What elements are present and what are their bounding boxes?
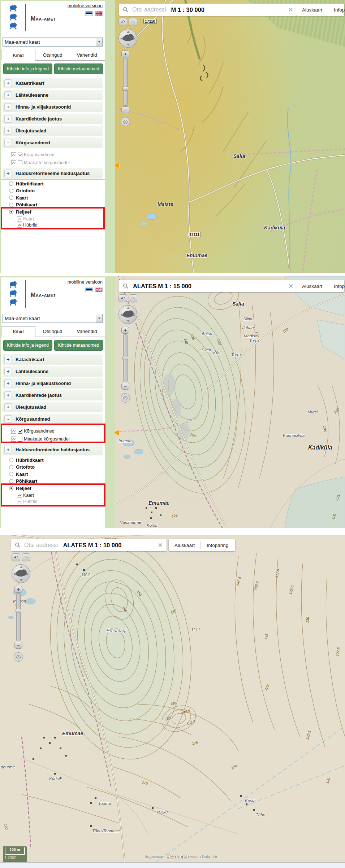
collapse-minus-icon[interactable]: - — [4, 139, 12, 146]
expand-plus-icon[interactable]: + — [4, 368, 12, 375]
layer-group-korgusandmed[interactable]: -Kõrgusandmed — [3, 414, 103, 424]
uk-flag-icon[interactable] — [95, 288, 103, 292]
layer-checkbox-unchecked[interactable] — [18, 437, 22, 442]
expand-plus-icon[interactable]: + — [4, 91, 12, 99]
tab-kihid[interactable]: Kihid — [1, 326, 35, 337]
collapse-minus-icon[interactable]: - — [4, 415, 12, 423]
basemap-kaart[interactable]: Kaart — [9, 195, 103, 201]
geolocate-button[interactable]: ◎ — [14, 652, 23, 662]
map-theme-dropdown[interactable]: Maa-ameti kaart ▼ — [3, 38, 103, 47]
expand-plus-icon[interactable]: + — [4, 391, 12, 399]
zoom-in-button[interactable]: + — [121, 327, 129, 334]
expand-plus-icon[interactable]: + — [4, 103, 12, 111]
zoom-in-button[interactable]: + — [14, 586, 22, 593]
mobile-version-link[interactable]: mobiilne versioon — [68, 280, 103, 285]
zoom-handle[interactable] — [122, 87, 128, 91]
tab-vahendid[interactable]: Vahendid — [70, 50, 104, 60]
redo-button[interactable]: ↷ — [22, 553, 30, 561]
expand-plus-icon[interactable]: + — [4, 446, 12, 453]
layer-checkbox-unchecked[interactable] — [18, 161, 22, 165]
undo-button[interactable]: ↶ — [12, 553, 20, 561]
basemap-pohikaart[interactable]: Põhikaart — [9, 202, 103, 208]
map-theme-dropdown[interactable]: Maa-ameti kaart ▼ — [3, 314, 103, 323]
expand-plus-icon[interactable]: + — [4, 380, 12, 387]
radio-selected-icon[interactable] — [9, 486, 13, 490]
layer-group-katastrikaart[interactable]: +Katastrikaart — [3, 78, 103, 88]
zoom-slider[interactable]: + − — [121, 327, 129, 390]
pan-north-icon[interactable] — [20, 566, 23, 568]
map-viewport-3[interactable]: 140.9160Emumägi147.2Iruetoa150145147.514… — [0, 535, 345, 863]
expand-plus-icon[interactable]: + — [4, 170, 12, 177]
pan-west-icon[interactable] — [120, 314, 122, 316]
sidebar-collapse-handle[interactable]: ◀ — [115, 161, 119, 169]
basemap-kaart[interactable]: Kaart — [9, 471, 103, 477]
basemap-hubriidkaart[interactable]: Hübriidkaart — [9, 181, 103, 187]
basemap-hubriidkaart[interactable]: Hübriidkaart — [9, 457, 103, 463]
sidebar-collapse-handle[interactable]: ◀ — [115, 428, 119, 437]
zoom-track[interactable] — [16, 593, 21, 641]
aluskaart-button[interactable]: Aluskaart — [296, 284, 328, 289]
layer-group-hinnatsoonid[interactable]: +Hinna- ja viljakustsoonid — [3, 102, 103, 112]
layer-group-lahteulesanne[interactable]: +Lähteülesanne — [3, 90, 103, 100]
zoom-slider[interactable]: + − — [14, 586, 22, 649]
infoparing-button[interactable]: Infopäring — [328, 7, 345, 13]
layer-checkbox-checked[interactable] — [18, 429, 22, 434]
radio-icon[interactable] — [9, 181, 13, 186]
redo-button[interactable]: ↷ — [129, 18, 137, 26]
basemap-ortofoto[interactable]: Ortofoto — [9, 188, 103, 194]
infoparing-button[interactable]: Infopäring — [201, 543, 234, 548]
pan-east-icon[interactable] — [133, 314, 135, 316]
layer-group-haldusjaotus[interactable]: +Haldusreformieelne haldusjaotus — [3, 444, 103, 455]
layer-group-korgusandmed[interactable]: -Kõrgusandmed — [3, 137, 103, 148]
aluskaart-button[interactable]: Aluskaart — [169, 543, 200, 548]
zoom-in-button[interactable]: + — [121, 51, 129, 57]
layer-group-uleujutusalad[interactable]: +Üleujutusalad — [3, 126, 103, 136]
layer-group-katastrikaart[interactable]: +Katastrikaart — [3, 354, 103, 365]
clear-search-icon[interactable]: ✕ — [285, 282, 293, 290]
radio-selected-icon[interactable] — [9, 210, 13, 214]
undo-button[interactable]: ↶ — [118, 294, 127, 302]
search-bar[interactable]: Otsi aadressi M 1 : 30 000 ✕ — [119, 4, 297, 16]
radio-icon[interactable] — [9, 479, 13, 483]
clear-search-icon[interactable]: ✕ — [154, 542, 163, 549]
estonian-flag-icon[interactable] — [85, 11, 93, 16]
pan-south-icon[interactable] — [127, 44, 130, 46]
layer-metadata-button[interactable]: Kihtide metaandmed — [54, 63, 103, 74]
zoom-out-button[interactable]: − — [121, 383, 129, 390]
clear-search-icon[interactable]: ✕ — [285, 6, 293, 14]
compass-pan-control[interactable] — [12, 564, 30, 583]
layer-group-hinnatsoonid[interactable]: +Hinna- ja viljakustsoonid — [3, 378, 103, 389]
mobile-version-link[interactable]: mobiilne versioon — [68, 3, 103, 8]
layer-group-haldusjaotus[interactable]: +Haldusreformieelne haldusjaotus — [3, 168, 103, 179]
pan-south-icon[interactable] — [20, 579, 23, 581]
pan-south-icon[interactable] — [127, 320, 130, 322]
redo-button[interactable]: ↷ — [129, 294, 137, 302]
basemap-ortofoto[interactable]: Ortofoto — [9, 464, 103, 470]
pan-west-icon[interactable] — [120, 37, 122, 40]
radio-icon[interactable] — [9, 189, 13, 193]
pan-west-icon[interactable] — [13, 573, 16, 575]
zoom-slider[interactable]: + − — [121, 51, 129, 113]
basemap-reljeef[interactable]: Reljeef — [9, 485, 103, 491]
zoom-track[interactable] — [123, 58, 128, 106]
compass-pan-control[interactable] — [118, 29, 137, 48]
zoom-handle[interactable] — [122, 356, 128, 360]
radio-icon[interactable] — [9, 472, 13, 476]
expand-plus-icon[interactable]: + — [4, 403, 12, 411]
map-viewport-1[interactable]: 17110SallaMäiste17111KadikülaEmumäe Otsi… — [115, 0, 345, 273]
layer-checkbox-checked[interactable] — [18, 153, 22, 157]
map-viewport-2[interactable]: SallaSiimuJuhaniMadiseTorraAntsuSireliKü… — [115, 276, 345, 528]
basemap-pohikaart[interactable]: Põhikaart — [9, 478, 103, 484]
zoom-out-button[interactable]: − — [121, 106, 129, 113]
geolocate-button[interactable]: ◎ — [121, 117, 130, 126]
layer-metadata-button[interactable]: Kihtide metaandmed — [54, 340, 103, 351]
tab-kihid[interactable]: Kihid — [1, 50, 35, 61]
layer-group-lahteulesanne[interactable]: +Lähteülesanne — [3, 366, 103, 377]
radio-icon[interactable] — [9, 458, 13, 462]
chevron-down-icon[interactable]: ▼ — [96, 38, 102, 46]
estonian-flag-icon[interactable] — [85, 288, 93, 292]
layer-info-button[interactable]: Kihtide info ja legend — [3, 340, 52, 351]
basemap-reljeef[interactable]: Reljeef — [9, 209, 103, 215]
tab-otsingud[interactable]: Otsingud — [35, 326, 70, 337]
expand-plus-icon[interactable]: + — [4, 356, 12, 363]
